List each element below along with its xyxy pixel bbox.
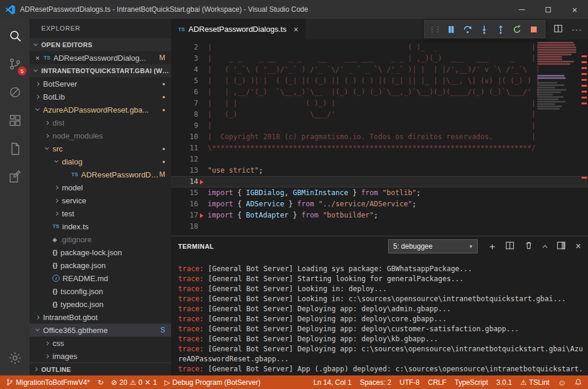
line-number[interactable]: 16 [171, 199, 198, 210]
activity-source-control[interactable]: 5 [0, 50, 29, 78]
notifications-button[interactable] [574, 378, 582, 386]
tree-item-service[interactable]: service [29, 194, 171, 207]
feedback-button[interactable]: ☺ [558, 378, 566, 387]
tree-item-office365-gbtheme[interactable]: Office365.gbthemeS [29, 324, 171, 337]
line-number[interactable]: 12 [171, 154, 198, 165]
debug-status[interactable]: ▷ Debug Program (BotServer) [165, 378, 261, 387]
outline-header[interactable]: OUTLINE [29, 362, 171, 375]
chevron-right-icon[interactable] [35, 315, 40, 319]
open-editor-item[interactable]: × TS ADResetPasswordDialog... M [29, 51, 171, 64]
step-out-button[interactable] [492, 21, 508, 37]
tree-item-src[interactable]: src● [29, 142, 171, 155]
tree-item-adresetpassworddial[interactable]: TSADResetPasswordDial...M [29, 168, 171, 181]
drag-handle-icon[interactable]: ⋮⋮ [428, 25, 440, 34]
tree-item-index-ts[interactable]: TSindex.ts [29, 220, 171, 233]
line-number[interactable]: 7 [171, 98, 198, 109]
line-number[interactable]: 9 [171, 120, 198, 131]
activity-edit[interactable] [0, 163, 29, 191]
chevron-right-icon[interactable] [45, 120, 49, 124]
move-panel-button[interactable] [557, 241, 566, 252]
tab-close-icon[interactable]: × [294, 25, 298, 34]
tree-item-dist[interactable]: dist [29, 116, 171, 129]
line-number[interactable]: 15 [171, 187, 198, 199]
cursor-position[interactable]: Ln 14, Col 1 [313, 378, 352, 387]
terminal-select[interactable]: 5: debuggee ▾ [388, 239, 478, 253]
tree-item-gitignore[interactable]: ◆.gitignore [29, 233, 171, 246]
maximize-panel-button[interactable] [542, 245, 547, 249]
line-number[interactable]: 6 [171, 87, 198, 98]
tab-adresetpassworddialogs[interactable]: TS ADResetPasswordDialogs.ts × [171, 19, 306, 39]
chevron-right-icon[interactable] [45, 341, 49, 345]
tree-item-tsconfig-json[interactable]: {}tsconfig.json [29, 285, 171, 298]
terminal-output[interactable]: trace: [General Bot Server] Loading sys … [171, 256, 588, 375]
line-number[interactable]: 5 [171, 75, 198, 87]
problems-status[interactable]: ⊘ 20 ⚠ 0 ✕ 1 [111, 378, 157, 387]
indentation-status[interactable]: Spaces: 2 [360, 378, 391, 387]
tree-item-node-modules[interactable]: node_modules [29, 129, 171, 142]
tree-item-intranetbot-gbot[interactable]: IntranetBot.gbot [29, 311, 171, 324]
code-editor[interactable]: 2| ( )_ _ |3| _ _ _ __ _ _ __ ___ ___ _ … [171, 39, 588, 236]
pause-button[interactable] [443, 21, 459, 37]
activity-extensions[interactable] [0, 106, 29, 134]
terminal-tab[interactable]: TERMINAL [178, 243, 214, 250]
line-number[interactable]: 4 [171, 64, 198, 75]
chevron-right-icon[interactable] [54, 211, 58, 215]
tree-item-package-json[interactable]: {}package.json [29, 259, 171, 272]
close-button[interactable]: × [561, 0, 588, 19]
tree-item-readme-md[interactable]: iREADME.md [29, 272, 171, 285]
tree-item-css[interactable]: css [29, 337, 171, 350]
chevron-right-icon[interactable] [45, 354, 49, 358]
chevron-down-icon[interactable] [54, 159, 58, 163]
encoding-status[interactable]: UTF-8 [400, 378, 420, 387]
tree-item-package-lock-json[interactable]: {}package-lock.json [29, 246, 171, 259]
line-number[interactable]: 2 [171, 42, 198, 53]
tree-item-typedoc-json[interactable]: {}typedoc.json [29, 298, 171, 311]
chevron-right-icon[interactable] [35, 81, 40, 85]
line-number[interactable]: 17 [171, 210, 198, 221]
open-editors-header[interactable]: OPEN EDITORS [29, 38, 171, 51]
restart-button[interactable] [509, 21, 525, 37]
chevron-down-icon[interactable] [35, 327, 40, 331]
activity-search[interactable] [0, 21, 29, 50]
more-actions-button[interactable]: ··· [571, 24, 582, 34]
close-panel-button[interactable]: × [576, 242, 581, 251]
activity-debug[interactable] [0, 78, 29, 106]
maximize-button[interactable] [535, 0, 561, 19]
kill-terminal-button[interactable] [524, 241, 533, 252]
sync-status[interactable]: ↻ [97, 379, 103, 386]
step-over-button[interactable] [459, 21, 475, 37]
tree-item-azureadpasswordreset-gba[interactable]: AzureADPasswordReset.gba...● [29, 103, 171, 116]
tree-item-dialog[interactable]: dialog● [29, 155, 171, 168]
branch-status[interactable]: MigrationToBotFmwV4* [6, 378, 90, 387]
chevron-right-icon[interactable] [45, 133, 49, 137]
line-number[interactable]: 11 [171, 143, 198, 154]
step-into-button[interactable] [476, 21, 492, 37]
tree-item-botlib[interactable]: BotLib● [29, 90, 171, 103]
line-number[interactable]: 13 [171, 165, 198, 176]
ts-version-status[interactable]: 3.0.1 [497, 378, 513, 387]
chevron-right-icon[interactable] [35, 94, 40, 98]
split-editor-button[interactable] [554, 24, 563, 35]
minimize-button[interactable] [508, 0, 535, 19]
line-number[interactable]: 18 [171, 221, 198, 232]
minimap[interactable] [537, 42, 580, 110]
eol-status[interactable]: CRLF [428, 378, 446, 387]
tree-item-model[interactable]: model [29, 181, 171, 194]
line-number[interactable]: 14 [171, 176, 198, 187]
tree-item-botserver[interactable]: BotServer● [29, 77, 171, 90]
workspace-section-header[interactable]: INTRANETBOTQUICKSTART.GBAI (WO... [29, 64, 171, 77]
tree-item-images[interactable]: images [29, 350, 171, 362]
line-number[interactable]: 8 [171, 109, 198, 120]
settings-button[interactable] [0, 344, 29, 372]
new-terminal-button[interactable]: + [490, 242, 495, 252]
activity-explorer[interactable] [0, 134, 29, 163]
chevron-right-icon[interactable] [54, 198, 58, 202]
language-status[interactable]: TypeScript [455, 378, 488, 387]
stop-button[interactable] [525, 21, 541, 37]
overview-ruler[interactable] [580, 39, 588, 236]
chevron-right-icon[interactable] [54, 185, 58, 189]
chevron-down-icon[interactable] [45, 146, 49, 150]
line-number[interactable]: 3 [171, 53, 198, 64]
close-editor-icon[interactable]: × [33, 54, 42, 62]
tslint-status[interactable]: ⚠ TSLint [520, 378, 549, 387]
